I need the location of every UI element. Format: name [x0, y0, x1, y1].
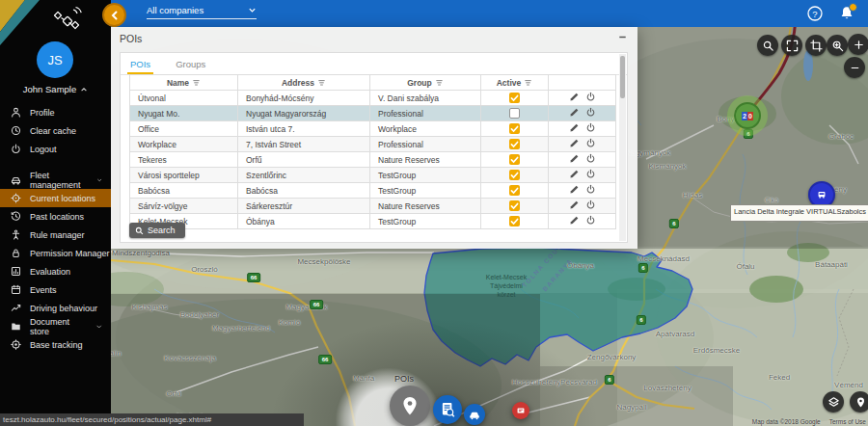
deactivate-button[interactable] — [585, 215, 596, 226]
cell-actions — [549, 121, 616, 137]
sidebar-item-document-store[interactable]: Document store — [0, 317, 111, 335]
deactivate-button[interactable] — [585, 92, 596, 102]
edit-button[interactable] — [569, 200, 580, 210]
table-row[interactable]: Nyugat Mo.Nyugat MagyarországProfessiona… — [130, 106, 616, 121]
search-button[interactable]: Search — [129, 223, 185, 238]
sidebar-item-label: Events — [30, 285, 57, 295]
edit-button[interactable] — [569, 92, 580, 102]
edit-button[interactable] — [569, 169, 580, 179]
active-checkbox[interactable] — [509, 185, 520, 196]
sidebar-item-fleet-management[interactable]: Fleet management — [0, 171, 111, 189]
column-header-active[interactable]: Active — [481, 75, 549, 91]
cell-name: Tekeres — [130, 152, 238, 168]
deactivate-button[interactable] — [585, 184, 596, 195]
table-row[interactable]: BabócsaBabócsaTestGroup — [130, 183, 616, 199]
zoom-area-button[interactable] — [827, 35, 848, 56]
table-row[interactable]: ÚtvonalBonyhád-MócsényV. Dani szabálya — [130, 91, 616, 106]
cell-active — [481, 106, 549, 121]
sidebar-item-logout[interactable]: Logout — [0, 140, 111, 158]
table-row[interactable]: Workplace7, István StreetProfessional — [130, 137, 616, 152]
sidebar-item-current-locations[interactable]: Current locations — [0, 189, 111, 207]
poi-search-fab-button[interactable] — [433, 395, 462, 424]
active-checkbox[interactable] — [509, 139, 520, 149]
deactivate-button[interactable] — [585, 153, 596, 164]
sidebar-item-permission-manager[interactable]: Permission Manager — [0, 244, 111, 262]
edit-button[interactable] — [569, 107, 580, 118]
active-checkbox[interactable] — [509, 154, 520, 165]
tab-pois[interactable]: POIs — [127, 53, 153, 74]
deactivate-button[interactable] — [585, 169, 596, 179]
sidebar-item-clear-cache[interactable]: Clear cache — [0, 121, 111, 140]
edit-button[interactable] — [569, 138, 580, 148]
company-selector[interactable]: All companies — [147, 5, 257, 19]
layers-button[interactable] — [823, 391, 844, 413]
sort-icon[interactable] — [524, 79, 532, 87]
sidebar-item-events[interactable]: Events — [0, 280, 111, 299]
table-row[interactable]: Kelet-MecsekÓbányaTestGroup — [130, 214, 616, 229]
fit-screen-button[interactable] — [781, 35, 802, 56]
table-row[interactable]: Sárvíz-völgyeSárkeresztúrNature Reserves — [130, 199, 616, 214]
sidebar-item-past-locations[interactable]: Past locations — [0, 207, 111, 226]
active-checkbox[interactable] — [509, 216, 520, 226]
table-row[interactable]: Városi sporttelepSzentlőrincTestGroup — [130, 168, 616, 183]
sidebar-item-base-tracking[interactable]: Base tracking — [0, 335, 111, 354]
active-checkbox[interactable] — [509, 200, 520, 211]
column-header-name[interactable]: Name — [130, 75, 238, 91]
collapse-sidebar-button[interactable] — [102, 3, 126, 27]
deactivate-button[interactable] — [585, 122, 596, 133]
edit-button[interactable] — [569, 184, 580, 195]
active-checkbox[interactable] — [509, 108, 520, 119]
map-label: Grábóc — [828, 132, 854, 141]
terms-of-use-link[interactable]: Terms of Use — [829, 418, 866, 425]
sidebar-item-rule-manager[interactable]: Rule manager — [0, 226, 111, 244]
sort-icon[interactable] — [192, 79, 201, 87]
notifications-button[interactable] — [838, 5, 855, 22]
route-shield: 66 — [318, 355, 332, 364]
column-header-address[interactable]: Address — [238, 75, 370, 91]
avatar[interactable]: JS — [37, 41, 73, 78]
table-row[interactable]: TekeresOrfűNature Reserves — [130, 152, 616, 168]
vehicle-cluster-marker[interactable]: 2 0 — [734, 102, 761, 129]
tab-groups[interactable]: Groups — [173, 53, 208, 74]
dialog-card: POIs Groups NameAddressGroupActive Útvon… — [120, 52, 628, 243]
table-row[interactable]: OfficeIstván utca 7.Workplace — [130, 121, 616, 137]
edit-button[interactable] — [569, 122, 580, 133]
search-button[interactable] — [757, 35, 778, 56]
sort-icon[interactable] — [435, 79, 444, 87]
vehicle-fab-button[interactable] — [464, 404, 485, 425]
pin-small-button[interactable] — [850, 391, 868, 413]
sidebar-item-driving-behaviour[interactable]: Driving behaviour — [0, 299, 111, 317]
sort-icon[interactable] — [317, 79, 326, 87]
power-icon — [585, 202, 596, 212]
deactivate-button[interactable] — [585, 138, 596, 148]
deactivate-button[interactable] — [585, 107, 596, 118]
user-menu[interactable]: John Sample — [0, 84, 111, 94]
sidebar-item-label: Current locations — [30, 194, 95, 203]
edit-button[interactable] — [569, 153, 580, 164]
active-checkbox[interactable] — [509, 123, 520, 134]
active-checkbox[interactable] — [509, 93, 520, 103]
column-header-group[interactable]: Group — [370, 75, 481, 91]
cell-name: Babócsa — [130, 183, 238, 199]
sidebar-item-profile[interactable]: Profile — [0, 103, 111, 121]
poi-fab-button[interactable] — [390, 386, 430, 426]
cell-name: Városi sporttelep — [130, 168, 238, 183]
cell-group: TestGroup — [370, 168, 481, 183]
map-label: Magyarhertelend — [212, 324, 270, 333]
zoom-out-button[interactable] — [844, 57, 865, 78]
deactivate-button[interactable] — [585, 200, 596, 210]
zoom-in-button[interactable] — [848, 34, 868, 55]
crop-button[interactable] — [805, 35, 827, 56]
route-shield: 6 — [669, 219, 679, 228]
cell-address: Szentlőrinc — [238, 168, 370, 183]
table-scrollbar[interactable] — [619, 54, 626, 241]
help-button[interactable]: ? — [806, 5, 824, 22]
minimize-button[interactable] — [615, 30, 629, 43]
poi-remove-fab-button[interactable] — [512, 402, 529, 419]
sidebar-item-evaluation[interactable]: Evaluation — [0, 262, 111, 280]
scrollbar-thumb[interactable] — [620, 56, 625, 98]
sidebar-item-label: Rule manager — [30, 230, 85, 240]
zoom-area-icon — [831, 40, 844, 52]
active-checkbox[interactable] — [509, 170, 520, 180]
edit-button[interactable] — [569, 215, 580, 226]
